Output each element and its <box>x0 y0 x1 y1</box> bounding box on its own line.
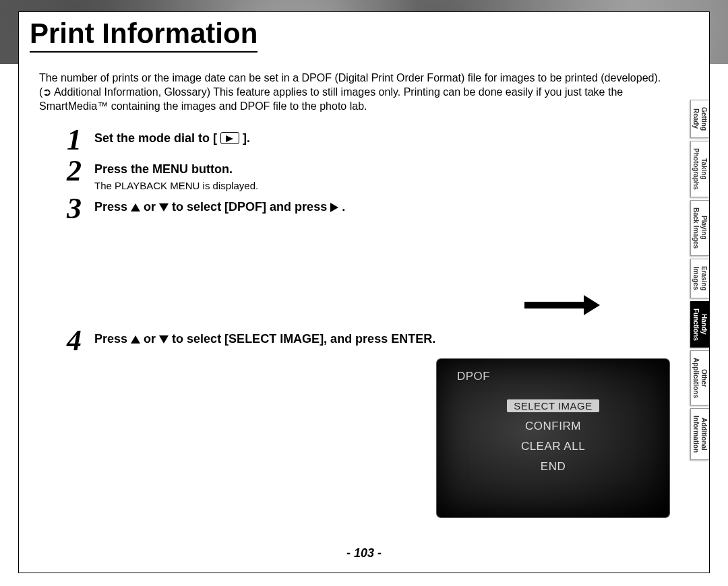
down-arrow-icon <box>159 335 169 344</box>
step-3-text: Press or to select [DPOF] and press . <box>94 199 679 215</box>
tab-playing-back-images[interactable]: PlayingBack Images <box>690 200 709 256</box>
lcd-item: END <box>437 460 669 474</box>
step-3-b: or <box>144 200 159 214</box>
page-title: Print Information <box>30 19 257 53</box>
tab-taking-photographs[interactable]: TakingPhotographs <box>690 141 709 197</box>
intro-paragraph: The number of prints or the image date c… <box>39 71 673 113</box>
step-4-text: Press or to select [SELECT IMAGE], and p… <box>94 331 445 347</box>
step-3-d: . <box>342 200 345 214</box>
tab-additional-information[interactable]: AdditionalInformation <box>690 408 709 460</box>
step-number-2: 2 <box>59 158 89 185</box>
step-4-c: to select [SELECT IMAGE], and press ENTE… <box>172 332 435 346</box>
right-arrow-icon <box>330 203 338 212</box>
steps-list: 1 Set the mode dial to [ ]. 2 Press the … <box>59 127 679 358</box>
step-2: 2 Press the MENU button. The PLAYBACK ME… <box>59 158 679 191</box>
step-number-3: 3 <box>59 195 89 222</box>
step-2-sub: The PLAYBACK MENU is displayed. <box>94 180 679 191</box>
step-1-pre: Set the mode dial to [ <box>94 131 217 145</box>
flow-arrow-icon <box>524 295 605 315</box>
up-arrow-icon <box>131 335 140 344</box>
step-4: 4 Press or to select [SELECT IMAGE], and… <box>59 327 679 354</box>
step-1: 1 Set the mode dial to [ ]. <box>59 127 679 154</box>
step-1-text: Set the mode dial to [ ]. <box>94 131 679 146</box>
up-arrow-icon <box>131 203 140 211</box>
down-arrow-icon <box>159 203 169 211</box>
tab-erasing-images[interactable]: ErasingImages <box>690 259 709 298</box>
step-number-4: 4 <box>59 327 89 354</box>
step-3-c: to select [DPOF] and press <box>172 200 330 214</box>
step-number-1: 1 <box>59 127 89 154</box>
step-3: 3 Press or to select [DPOF] and press . <box>59 195 679 222</box>
step-3-a: Press <box>94 200 131 214</box>
lcd-item: CLEAR ALL <box>437 440 669 453</box>
step-4-b: or <box>144 332 159 346</box>
playback-mode-icon <box>220 132 239 144</box>
tab-other-applications[interactable]: OtherApplications <box>690 350 709 405</box>
step-2-text: Press the MENU button. <box>94 162 679 177</box>
page-number: - 103 - <box>19 546 709 560</box>
page-frame: Print Information The number of prints o… <box>19 12 709 573</box>
lcd-title: DPOF <box>437 370 669 383</box>
tab-handy-functions[interactable]: HandyFunctions <box>690 301 709 348</box>
tab-getting-ready[interactable]: GettingReady <box>690 100 709 138</box>
section-tabs: GettingReady TakingPhotographs PlayingBa… <box>690 100 709 571</box>
step-4-a: Press <box>94 332 131 346</box>
step-1-post: ]. <box>243 131 250 145</box>
lcd-screenshot: DPOF SELECT IMAGE CONFIRM CLEAR ALL END <box>437 359 669 517</box>
lcd-item: CONFIRM <box>437 420 669 433</box>
lcd-item-selected: SELECT IMAGE <box>507 399 599 412</box>
